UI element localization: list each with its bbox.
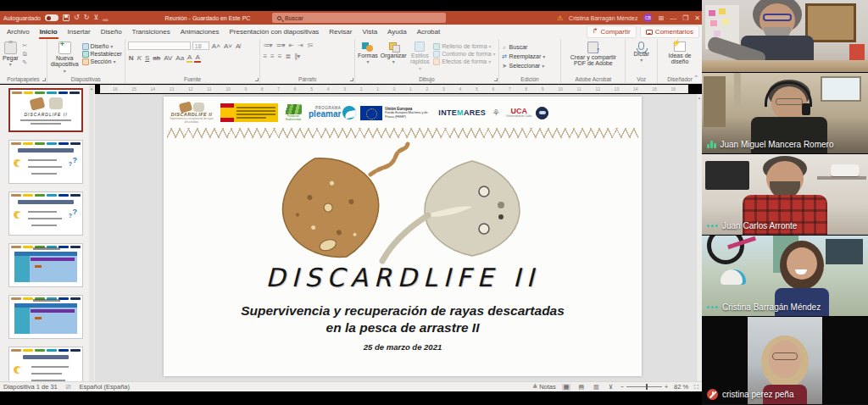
- slide-thumbnail-4[interactable]: [8, 243, 83, 287]
- minimize-button[interactable]: —: [670, 14, 676, 22]
- quick-styles-button[interactable]: Estilos rápidos▾: [409, 42, 431, 71]
- video-tile-5[interactable]: cristina perez peña: [702, 317, 868, 404]
- character-spacing-button[interactable]: AV: [163, 54, 173, 62]
- slide-thumbnail-1[interactable]: DISCARDLIFE II: [8, 88, 83, 132]
- grow-font-icon[interactable]: A˄: [211, 42, 221, 50]
- highlight-color-button[interactable]: A: [186, 53, 192, 63]
- font-dialog-launcher[interactable]: [255, 78, 259, 81]
- autosave-toggle[interactable]: [45, 14, 58, 21]
- design-button[interactable]: Diseño▾: [82, 43, 122, 50]
- account-name[interactable]: Cristina Barragán Méndez: [569, 15, 637, 21]
- warning-icon[interactable]: ⚠: [557, 14, 563, 22]
- underline-button[interactable]: S: [144, 54, 150, 62]
- tab-vista[interactable]: Vista: [357, 25, 382, 39]
- font-name-box[interactable]: [128, 42, 191, 50]
- tab-revisar[interactable]: Revisar: [324, 25, 357, 39]
- bold-button[interactable]: N: [128, 54, 135, 62]
- restore-button[interactable]: ❐: [682, 14, 688, 22]
- zoom-slider[interactable]: − +: [620, 384, 668, 390]
- numbering-icon[interactable]: ≕▾: [275, 42, 284, 49]
- new-slide-button[interactable]: Nueva diapositiva▾: [50, 42, 80, 74]
- tab-archivo[interactable]: Archivo: [2, 25, 35, 39]
- tab-acrobat[interactable]: Acrobat: [412, 25, 446, 39]
- tab-insertar[interactable]: Insertar: [63, 25, 96, 39]
- undo-icon[interactable]: ↺: [74, 14, 80, 21]
- highlighter-icon[interactable]: ▂: [103, 14, 108, 21]
- select-button[interactable]: ➤Seleccionar▾: [502, 63, 546, 69]
- columns-icon[interactable]: ∥▾: [294, 53, 299, 60]
- slide-thumbnail-6[interactable]: [8, 347, 83, 381]
- redo-icon[interactable]: ↻: [84, 14, 90, 21]
- slide-thumbnail-5[interactable]: [8, 295, 83, 339]
- zoom-out-icon[interactable]: −: [620, 384, 624, 390]
- search-box[interactable]: Buscar: [272, 13, 446, 23]
- shapes-button[interactable]: Formas▾: [358, 42, 378, 65]
- adobe-pdf-button[interactable]: Crear y compartir PDF de Adobe: [564, 42, 622, 67]
- slide-subtitle[interactable]: Supervivencia y recuperación de rayas de…: [164, 302, 642, 336]
- clipboard-dialog-launcher[interactable]: [42, 78, 46, 81]
- italic-button[interactable]: K: [136, 54, 142, 62]
- thumbnail-scrollbar[interactable]: [89, 85, 94, 381]
- tab-inicio[interactable]: Inicio: [35, 25, 63, 39]
- accessibility-icon[interactable]: ⎚: [66, 384, 71, 391]
- font-size-box[interactable]: 18: [192, 42, 209, 50]
- shrink-font-icon[interactable]: A˅: [223, 42, 233, 50]
- replace-button[interactable]: ⇄Reemplazar▾: [502, 53, 546, 60]
- account-avatar[interactable]: CB: [643, 14, 652, 22]
- language-indicator[interactable]: Español (España): [79, 383, 130, 391]
- change-case-button[interactable]: Aa: [175, 54, 185, 62]
- video-tile-2[interactable]: Juan Miguel Mancera Romero: [702, 73, 868, 154]
- document-title[interactable]: Reunión - Guardado en Este PC: [144, 15, 271, 21]
- paste-button[interactable]: Pegar▾: [3, 42, 19, 68]
- video-tile-4[interactable]: Cristina Barragán Méndez: [702, 236, 868, 317]
- copy-icon[interactable]: ⧉: [21, 51, 29, 58]
- tab-diseño[interactable]: Diseño: [96, 25, 127, 39]
- tab-animaciones[interactable]: Animaciones: [175, 25, 225, 39]
- slide-thumbnail-2[interactable]: ??: [8, 140, 83, 184]
- tab-presentación-con-diapositivas[interactable]: Presentación con diapositivas: [224, 25, 324, 39]
- shape-outline-button[interactable]: Contorno de forma▾: [433, 51, 495, 58]
- comments-button[interactable]: Comentarios: [640, 25, 699, 38]
- section-button[interactable]: Sección▾: [82, 58, 122, 65]
- notes-button[interactable]: ≜ Notas: [532, 383, 556, 391]
- align-right-icon[interactable]: ≡: [278, 53, 281, 60]
- video-tile-1[interactable]: [702, 0, 868, 73]
- slide-title[interactable]: DISCARDLIFE II: [164, 263, 642, 292]
- font-color-button[interactable]: A: [194, 53, 200, 63]
- justify-icon[interactable]: ≣: [285, 53, 290, 60]
- paragraph-dialog-launcher[interactable]: [350, 78, 353, 81]
- shape-effects-button[interactable]: Efectos de forma▾: [433, 58, 495, 65]
- tab-transiciones[interactable]: Transiciones: [127, 25, 175, 39]
- slide-thumbnail-3[interactable]: ??: [8, 191, 83, 236]
- clear-format-icon[interactable]: A̸: [235, 42, 241, 50]
- drawing-dialog-launcher[interactable]: [494, 78, 498, 81]
- slideshow-icon[interactable]: ⊻: [607, 384, 615, 391]
- bullets-icon[interactable]: ≔▾: [263, 42, 271, 49]
- align-center-icon[interactable]: ≡: [270, 53, 274, 60]
- reading-view-icon[interactable]: ▥: [592, 384, 601, 391]
- zoom-in-icon[interactable]: +: [665, 384, 668, 390]
- start-slideshow-icon[interactable]: ⊻: [93, 14, 98, 21]
- align-left-icon[interactable]: ≡: [263, 53, 266, 60]
- workspace-scrollbar[interactable]: [696, 94, 702, 381]
- share-button[interactable]: Compartir: [587, 25, 637, 38]
- arrange-button[interactable]: Organizar▾: [381, 42, 407, 65]
- tab-ayuda[interactable]: Ayuda: [382, 25, 412, 39]
- video-tile-3[interactable]: Juan Carlos Arronte: [702, 154, 868, 236]
- indent-decrease-icon[interactable]: ⇤: [288, 42, 293, 49]
- slide-canvas[interactable]: DISCARDLIFE II Supervivencia y recuperac…: [164, 97, 642, 376]
- cut-icon[interactable]: ✂: [21, 42, 29, 49]
- dictate-button[interactable]: Dictar▾: [628, 42, 654, 64]
- zoom-level[interactable]: 82 %: [674, 383, 688, 391]
- shape-fill-button[interactable]: Relleno de forma▾: [433, 43, 495, 50]
- indent-increase-icon[interactable]: ⇥: [298, 42, 303, 49]
- slide-date[interactable]: 25 de marzo de 2021: [164, 342, 642, 352]
- line-spacing-icon[interactable]: ↕≡: [307, 42, 313, 49]
- close-button[interactable]: ✕: [694, 14, 700, 22]
- format-painter-icon[interactable]: ✎: [21, 59, 29, 66]
- save-icon[interactable]: [63, 14, 70, 21]
- slide-sorter-icon[interactable]: ▤: [576, 384, 586, 391]
- normal-view-icon[interactable]: ▦: [562, 384, 571, 391]
- fit-to-window-icon[interactable]: ⛶: [694, 384, 698, 391]
- strikethrough-button[interactable]: ab: [152, 54, 161, 62]
